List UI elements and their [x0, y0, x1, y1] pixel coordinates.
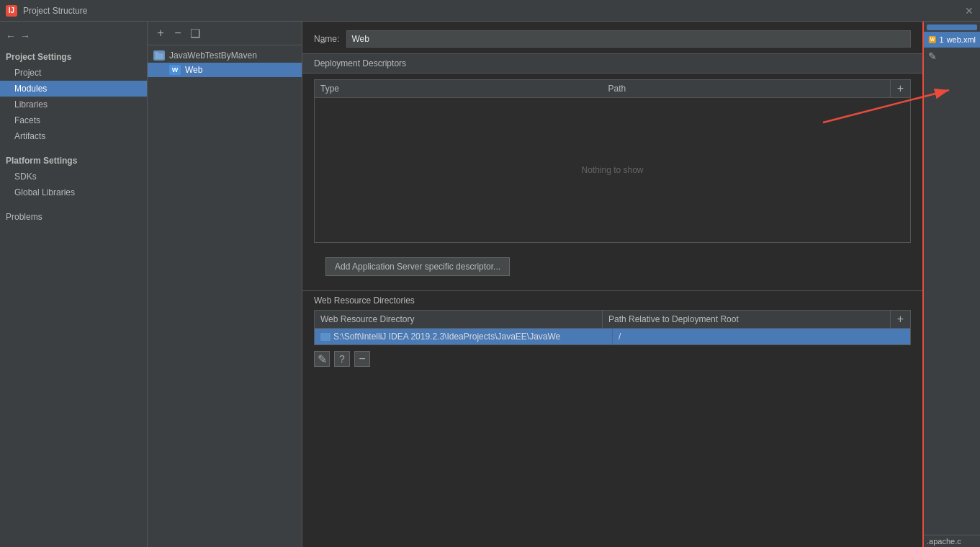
close-button[interactable]: ✕: [964, 6, 974, 16]
scrollbar-highlight[interactable]: [927, 25, 977, 30]
sidebar: ← → Project Settings Project Modules Lib…: [0, 22, 148, 547]
wrt-cell-path: /: [612, 329, 910, 344]
tree-area: + − ❑ JavaWebTestByMaven W Web: [148, 22, 302, 547]
sidebar-item-artifacts[interactable]: Artifacts: [0, 128, 147, 144]
name-input[interactable]: [346, 30, 911, 48]
window-title: Project Structure: [23, 6, 87, 16]
deployment-descriptors-header: Deployment Descriptors: [302, 53, 922, 74]
web-resource-table: Web Resource Directory Path Relative to …: [314, 310, 911, 345]
sidebar-item-sdks[interactable]: SDKs: [0, 169, 147, 184]
sidebar-item-libraries[interactable]: Libraries: [0, 97, 147, 112]
web-xml-number: 1: [940, 35, 944, 44]
svg-text:W: W: [930, 37, 935, 42]
web-module-icon: W: [169, 65, 181, 75]
add-module-button[interactable]: +: [153, 26, 168, 40]
tree-item-web-label: Web: [185, 65, 202, 75]
svg-line-5: [823, 90, 949, 123]
add-web-resource-button[interactable]: +: [890, 311, 910, 328]
tree-content: JavaWebTestByMaven W Web: [148, 45, 302, 547]
web-xml-item[interactable]: W 1 web.xml: [924, 32, 980, 48]
type-column-header: Type: [315, 80, 603, 97]
wrt-header: Web Resource Directory Path Relative to …: [315, 311, 910, 329]
sidebar-item-global-libraries[interactable]: Global Libraries: [0, 184, 147, 200]
help-button[interactable]: ?: [334, 351, 350, 367]
name-row: Name:: [302, 22, 922, 53]
project-folder-icon: [153, 50, 165, 61]
project-settings-label: Project Settings: [0, 48, 147, 65]
app-icon: IJ: [6, 5, 17, 17]
path-relative-column-header: Path Relative to Deployment Root: [602, 311, 890, 328]
web-resource-directories-header: Web Resource Directories: [302, 290, 922, 310]
platform-settings-label: Platform Settings: [0, 151, 147, 169]
title-bar: IJ Project Structure ✕: [0, 0, 980, 22]
web-resource-dir-column-header: Web Resource Directory: [315, 311, 602, 328]
remove-web-resource-button[interactable]: −: [354, 351, 370, 367]
name-label: Name:: [314, 34, 339, 44]
back-button[interactable]: ←: [6, 30, 16, 42]
sidebar-item-project[interactable]: Project: [0, 65, 147, 81]
tree-toolbar: + − ❑: [148, 22, 302, 45]
main-container: ← → Project Settings Project Modules Lib…: [0, 22, 980, 547]
add-descriptor-btn-container: Add Application Server specific descript…: [302, 249, 922, 285]
far-right-panel: W 1 web.xml ✎ .apache.c: [922, 22, 980, 547]
tree-item-label: JavaWebTestByMaven: [169, 50, 257, 61]
copy-module-button[interactable]: ❑: [188, 26, 202, 40]
folder-icon-small: [320, 333, 331, 341]
sidebar-item-facets[interactable]: Facets: [0, 112, 147, 128]
wrt-cell-dir: S:\Soft\IntelliJ IDEA 2019.2.3\IdeaProje…: [315, 329, 612, 344]
forward-button[interactable]: →: [20, 30, 30, 42]
wrt-row[interactable]: S:\Soft\IntelliJ IDEA 2019.2.3\IdeaProje…: [315, 329, 910, 344]
svg-rect-0: [155, 53, 163, 59]
apache-text: .apache.c: [924, 535, 980, 547]
sidebar-item-modules[interactable]: Modules: [0, 81, 147, 97]
red-arrow: [816, 86, 960, 130]
remove-module-button[interactable]: −: [171, 26, 185, 40]
web-xml-icon: W: [928, 35, 937, 45]
wrt-dir-value: S:\Soft\IntelliJ IDEA 2019.2.3\IdeaProje…: [333, 332, 560, 342]
tree-item-web[interactable]: W Web: [148, 63, 302, 77]
arrow-container: [924, 65, 980, 535]
edit-web-resource-button[interactable]: ✎: [314, 351, 330, 367]
bottom-action-buttons: ✎ ? −: [302, 345, 922, 373]
sidebar-item-problems[interactable]: Problems: [0, 208, 147, 225]
add-app-server-descriptor-button[interactable]: Add Application Server specific descript…: [325, 257, 510, 276]
web-xml-label: web.xml: [947, 35, 976, 44]
title-bar-left: IJ Project Structure: [6, 5, 87, 17]
far-right-edit-button[interactable]: ✎: [924, 48, 980, 65]
tree-item-javawebtest[interactable]: JavaWebTestByMaven: [148, 48, 302, 63]
svg-rect-1: [155, 52, 158, 54]
